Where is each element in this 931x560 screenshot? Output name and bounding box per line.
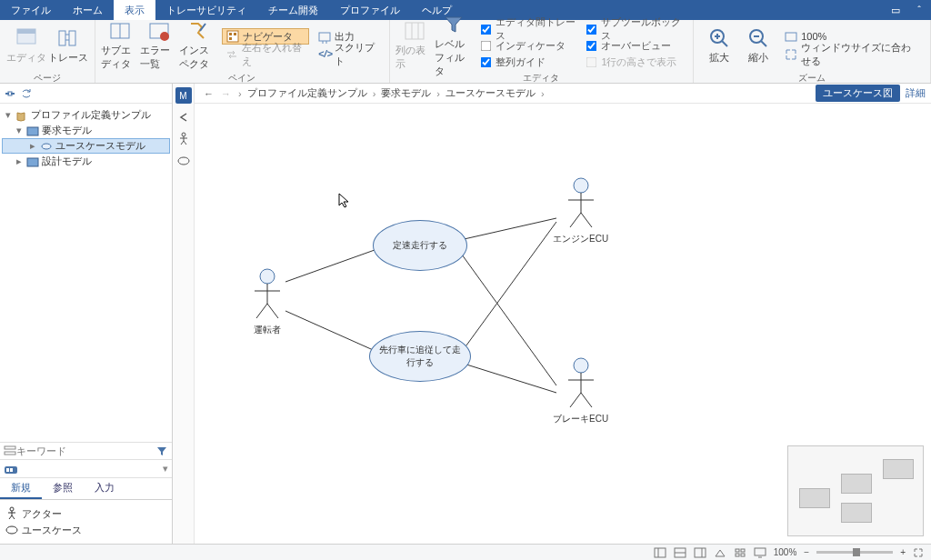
svg-rect-69	[655, 548, 666, 557]
menu-home[interactable]: ホーム	[62, 0, 114, 20]
crumb-forward[interactable]: →	[217, 88, 235, 99]
ribbon-collapse-icon[interactable]: ˆ	[907, 0, 931, 20]
inspector-button[interactable]: インスペクタ	[179, 22, 218, 69]
menu-profile[interactable]: プロファイル	[329, 0, 411, 20]
status-view1-icon[interactable]	[714, 547, 726, 558]
svg-line-63	[581, 213, 592, 227]
svg-point-42	[182, 133, 185, 136]
svg-line-51	[462, 255, 556, 385]
tool-usecase[interactable]	[175, 153, 192, 169]
status-zoom-label: 100%	[774, 547, 797, 557]
tool-select[interactable]: M	[175, 87, 192, 104]
fit-window-button[interactable]: ウィンドウサイズに合わせる	[781, 46, 925, 63]
zoomout-button[interactable]: 縮小	[738, 22, 777, 69]
palette-tab-ref[interactable]: 参照	[42, 478, 84, 499]
svg-rect-31	[5, 446, 15, 449]
svg-point-64	[574, 358, 588, 373]
usecase-icon	[5, 524, 18, 536]
ribbon: エディタ トレース ページ サブエディタ エラー一覧 インスペクタ	[0, 20, 931, 84]
svg-line-40	[12, 515, 15, 519]
svg-rect-73	[695, 548, 706, 557]
palette-item-usecase[interactable]: ユースケース	[5, 522, 166, 538]
palette-tab-input[interactable]: 入力	[84, 478, 125, 499]
overview-minimap[interactable]	[787, 445, 924, 536]
tree-sync-icon[interactable]	[20, 87, 33, 100]
zoom-plus[interactable]: +	[900, 547, 906, 557]
zoom100-icon	[785, 30, 797, 43]
diagram-canvas[interactable]: 運転者 エンジンECU ブレーキECU 定速走行する 先行車に追従して走行する	[195, 104, 931, 544]
zoom-slider[interactable]	[816, 551, 893, 554]
diagram-actor-engine[interactable]: エンジンECU	[553, 176, 608, 245]
tree-search	[0, 442, 172, 460]
svg-rect-28	[27, 127, 38, 135]
window-dropdown-icon[interactable]: ▭	[884, 0, 907, 20]
chk-subtoolbox[interactable]: サブツールボックス	[582, 22, 687, 36]
tree-node-usecase[interactable]: ▸ ユースケースモデル	[2, 138, 170, 154]
levelfilter-button[interactable]: レベルフィルタ	[435, 22, 474, 69]
crumb-0[interactable]: プロファイル定義サンプル	[245, 86, 369, 100]
zoomin-button[interactable]: 拡大	[699, 22, 738, 69]
svg-line-19	[722, 41, 727, 46]
status-layout1-icon[interactable]	[654, 547, 666, 558]
breadcrumb-bar: ← → › プロファイル定義サンプル › 要求モデル › ユースケースモデル ›…	[195, 84, 931, 104]
chk-indicator[interactable]: インディケータ	[476, 38, 582, 53]
status-layout2-icon[interactable]	[674, 547, 686, 558]
detail-link[interactable]: 詳細	[906, 86, 926, 100]
subeditor-icon	[109, 20, 131, 42]
search-mode-icon[interactable]	[4, 445, 16, 457]
status-grid-icon[interactable]	[734, 547, 746, 558]
tool-actor[interactable]	[175, 131, 192, 147]
usecase-diagram-icon	[40, 140, 53, 153]
chk-alignguide[interactable]: 整列ガイド	[476, 55, 582, 69]
svg-rect-30	[27, 158, 38, 166]
svg-line-52	[464, 222, 556, 349]
chk-overview[interactable]: オーバービュー	[582, 38, 687, 53]
palette-tab-new[interactable]: 新規	[0, 478, 42, 499]
trace-button[interactable]: トレース	[47, 22, 89, 69]
diagram-actor-brake[interactable]: ブレーキECU	[553, 356, 608, 425]
fit-icon	[785, 48, 797, 61]
search-filter-icon[interactable]	[155, 445, 168, 457]
block-icon	[26, 125, 39, 137]
svg-rect-77	[736, 554, 739, 556]
palette-close-icon[interactable]: ▾	[163, 463, 168, 475]
crumb-back[interactable]: ←	[200, 88, 217, 99]
svg-rect-32	[5, 452, 15, 455]
subeditor-button[interactable]: サブエディタ	[101, 22, 140, 69]
tree-node-req[interactable]: ▾ 要求モデル	[2, 123, 170, 138]
script-button[interactable]: </> スクリプト	[315, 46, 384, 63]
menu-traceability[interactable]: トレーサビリティ	[155, 0, 257, 20]
status-expand-icon[interactable]	[913, 547, 926, 558]
zoomin-icon	[708, 27, 730, 49]
menu-team[interactable]: チーム開発	[257, 0, 329, 20]
zoom-minus[interactable]: −	[804, 547, 809, 557]
menu-file[interactable]: ファイル	[0, 0, 62, 20]
svg-line-62	[570, 213, 581, 227]
chk-rowheight: 1行の高さで表示	[582, 55, 687, 69]
search-input[interactable]	[16, 445, 155, 456]
errorlist-button[interactable]: エラー一覧	[140, 22, 179, 69]
tool-back[interactable]	[175, 109, 192, 125]
status-layout3-icon[interactable]	[694, 547, 706, 558]
tree-root[interactable]: ▾ プロファイル定義サンプル	[2, 107, 170, 123]
diagram-usecase-follow[interactable]: 先行車に追従して走行する	[369, 331, 471, 382]
crumb-2[interactable]: ユースケースモデル	[444, 86, 537, 100]
diagram-actor-driver[interactable]: 運転者	[249, 267, 285, 336]
svg-line-58	[267, 304, 278, 318]
svg-marker-27	[17, 113, 25, 121]
palette-item-actor[interactable]: アクター	[5, 505, 166, 522]
chk-editor-trace[interactable]: エディタ間トレース	[476, 22, 582, 36]
status-monitor-icon[interactable]	[754, 547, 766, 558]
trace-icon	[57, 27, 79, 49]
editor-icon	[15, 27, 37, 49]
tree-link-icon[interactable]	[4, 87, 16, 100]
svg-rect-1	[17, 29, 35, 34]
svg-line-39	[9, 515, 12, 519]
model-tree[interactable]: ▾ プロファイル定義サンプル ▾ 要求モデル ▸ ユースケースモデル ▸ 設計モ…	[0, 104, 172, 442]
crumb-1[interactable]: 要求モデル	[379, 86, 433, 100]
menu-view[interactable]: 表示	[114, 0, 155, 20]
tree-node-design[interactable]: ▸ 設計モデル	[2, 154, 170, 169]
svg-rect-34	[6, 468, 9, 472]
diagram-type-badge[interactable]: ユースケース図	[816, 85, 900, 102]
diagram-usecase-cruise[interactable]: 定速走行する	[373, 220, 467, 271]
